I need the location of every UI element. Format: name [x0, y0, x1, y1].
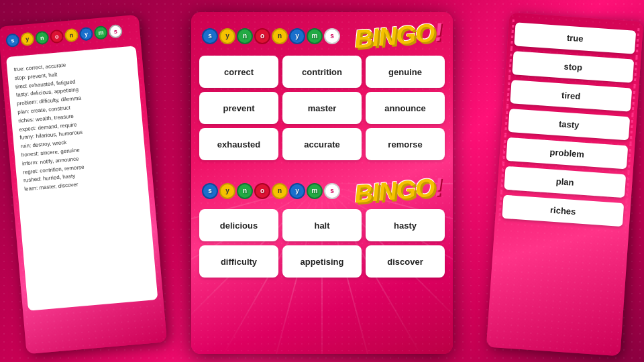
caller-strip[interactable]: stop — [512, 51, 634, 82]
bingo-cell[interactable]: delicious — [199, 209, 278, 241]
caller-item: problem: difficulty, dilemma — [17, 90, 133, 109]
caller-item: regret: contrition, remorse — [23, 158, 140, 177]
caller-item: tasty: delicious, appetising — [16, 81, 133, 100]
caller-strip[interactable]: problem — [506, 137, 628, 169]
main-bingo-card: s y n o n y m s BINGO correctcontritiong… — [191, 12, 453, 354]
right-strips-card: truestoptiredtastyproblemplanriches — [486, 13, 643, 357]
caller-strip[interactable]: tasty — [508, 109, 630, 140]
caller-items-list: true: correct, accuratestop: prevent, ha… — [13, 56, 141, 194]
syn-s1: s — [202, 28, 218, 44]
syn-o1: o — [254, 28, 270, 44]
syn-n2: n — [272, 28, 288, 44]
bingo-cell[interactable]: contrition — [282, 56, 362, 88]
logo-ball-n1: n — [35, 31, 50, 46]
caller-item: ruin: destroy, wreck — [20, 133, 137, 152]
syn-bot-s2: s — [324, 183, 340, 199]
syn-bot-o1: o — [254, 183, 270, 199]
syn-bot-s1: s — [202, 183, 218, 199]
caller-sheet-card: s y n o n y m s true: correct, accurates… — [0, 15, 167, 354]
syn-m1: m — [307, 28, 323, 44]
logo-ball-o: o — [50, 29, 64, 44]
bottom-bingo-grid: delicioushalthastydifficultyappetisingdi… — [199, 209, 445, 278]
bingo-cell[interactable]: discover — [366, 245, 445, 278]
caller-content-box: true: correct, accuratestop: prevent, ha… — [6, 46, 158, 310]
logo-ball-m: m — [94, 25, 109, 40]
caller-item: inform: notify, announce — [21, 149, 138, 168]
caller-item: learn: master, discover — [24, 176, 141, 194]
syn-n1: n — [237, 28, 253, 44]
bingo-cell[interactable]: correct — [199, 56, 278, 88]
caller-item: stop: prevent, halt — [14, 64, 131, 83]
caller-item: honest: sincere, genuine — [21, 141, 138, 160]
bingo-cell[interactable]: halt — [282, 209, 362, 241]
logo-ball-y2: y — [79, 27, 94, 42]
logo-ball-s: s — [5, 33, 20, 48]
card-header-bottom: s y n o n y m s BINGO — [191, 170, 453, 209]
logo-ball-s2: s — [108, 24, 123, 39]
top-grid-container: correctcontritiongenuinepreventmasterann… — [191, 56, 453, 166]
bingo-label-bottom: BINGO — [353, 172, 443, 208]
bingo-cell[interactable]: exhausted — [199, 128, 278, 160]
bingo-cell[interactable]: announce — [366, 92, 445, 124]
bingo-cell[interactable]: accurate — [282, 128, 362, 160]
caller-strip[interactable]: true — [514, 22, 636, 54]
caller-item: rushed: hurried, hasty — [23, 167, 140, 186]
caller-item: riches: wealth, treasure — [18, 107, 135, 126]
caller-item: expect: demand, require — [19, 115, 136, 134]
bingo-cell[interactable]: genuine — [366, 56, 445, 88]
bingo-label-top: BINGO — [353, 17, 443, 54]
bingo-cell[interactable]: hasty — [366, 209, 445, 241]
strips-list: truestoptiredtastyproblemplanriches — [502, 22, 636, 227]
syn-y1: y — [219, 28, 235, 44]
syn-bot-y2: y — [289, 183, 305, 199]
caller-strip[interactable]: plan — [504, 166, 626, 198]
logo-ball-n2: n — [64, 28, 79, 43]
syn-bot-y1: y — [219, 183, 235, 199]
syn-bot-n2: n — [272, 183, 288, 199]
bingo-cell[interactable]: difficulty — [199, 245, 278, 278]
caller-content-title — [13, 52, 129, 62]
caller-item: plan: create, construct — [17, 99, 134, 117]
synonyms-logo-bottom: s y n o n y m s — [202, 183, 340, 199]
caller-item: tired: exhausted, fatigued — [15, 73, 131, 92]
syn-y2: y — [289, 28, 305, 44]
caller-strip[interactable]: riches — [502, 195, 624, 227]
syn-bot-n1: n — [237, 183, 253, 199]
caller-title — [0, 39, 141, 58]
bingo-cell[interactable]: prevent — [199, 92, 278, 124]
syn-s2: s — [324, 28, 340, 44]
syn-bot-m1: m — [307, 183, 323, 199]
caller-strip[interactable]: tired — [510, 80, 632, 111]
bottom-grid-container: delicioushalthastydifficultyappetisingdi… — [191, 209, 453, 283]
caller-item: funny: hilarious, humorous — [19, 124, 136, 143]
caller-item: true: correct, accurate — [13, 56, 130, 74]
bingo-cell[interactable]: master — [282, 92, 362, 124]
card-header-top: s y n o n y m s BINGO — [191, 12, 453, 56]
top-bingo-grid: correctcontritiongenuinepreventmasterann… — [199, 56, 445, 160]
synonyms-logo-top: s y n o n y m s — [202, 28, 340, 44]
logo-ball-y: y — [20, 32, 35, 47]
bingo-cell[interactable]: appetising — [282, 245, 362, 278]
bingo-cell[interactable]: remorse — [366, 128, 445, 160]
